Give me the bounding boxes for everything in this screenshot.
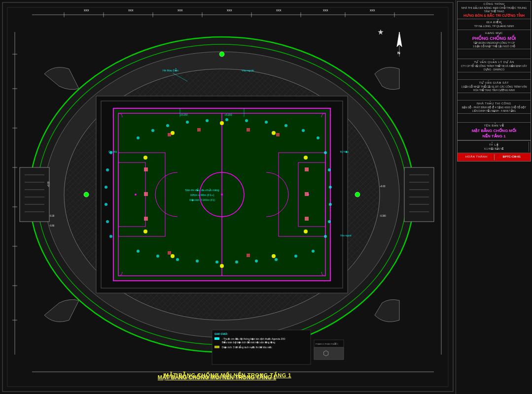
so-ban-ve-section: HOÀN THÀNH BPTC-CM-01 (458, 153, 531, 161)
svg-rect-85 (20, 167, 49, 222)
svg-point-50 (156, 255, 159, 258)
ty-le-section: TỶ LỆ X:1 HIỆU BẢN VẼ (458, 140, 531, 153)
svg-text:N: N (397, 51, 400, 55)
svg-text:+0.150: +0.150 (224, 113, 232, 116)
svg-point-19 (221, 194, 223, 196)
svg-text:GHI CHÚ:: GHI CHÚ: (214, 332, 228, 335)
spacer1 (458, 49, 531, 59)
svg-rect-77 (247, 128, 250, 131)
svg-text:-0.300: -0.300 (380, 215, 386, 217)
svg-point-64 (220, 264, 224, 268)
svg-rect-71 (144, 217, 148, 221)
svg-point-81 (84, 192, 89, 197)
svg-text:+0.00: +0.00 (47, 181, 50, 187)
svg-text:Biểu toàn bộ biện tích để mát : Biểu toàn bộ biện tích để mát mặt sân tầ… (222, 340, 275, 344)
svg-point-33 (265, 121, 268, 124)
svg-rect-79 (168, 251, 171, 255)
svg-point-52 (196, 260, 199, 263)
svg-text:-0.30: -0.30 (49, 215, 55, 217)
tu-van-qlda-section: TƯ VẤN QUẢN LÝ DỰ ÁN CTY CP TỔ VỆ CÔNG T… (458, 59, 531, 72)
svg-rect-142 (214, 337, 219, 340)
svg-point-83 (219, 52, 224, 57)
svg-rect-75 (168, 133, 171, 136)
svg-point-82 (355, 192, 360, 197)
svg-point-57 (294, 255, 297, 258)
svg-point-35 (302, 129, 305, 132)
svg-rect-149 (314, 347, 344, 360)
svg-text:xxx: xxx (323, 8, 328, 12)
svg-point-59 (143, 156, 147, 160)
svg-point-63 (220, 121, 224, 125)
svg-point-36 (317, 136, 319, 139)
svg-point-53 (215, 261, 218, 263)
svg-rect-74 (305, 217, 309, 221)
svg-rect-78 (276, 133, 280, 136)
svg-text:Hè Mau Dẫn: Hè Mau Dẫn (163, 68, 178, 72)
svg-point-24 (135, 194, 137, 196)
svg-point-66 (272, 131, 276, 135)
svg-text:xxx: xxx (84, 8, 89, 12)
svg-rect-145 (214, 346, 219, 348)
cong-trinh-section: CÔNG TRÌNH NHÀ THI ĐẤU ĐA NĂNG 4000 CHỖ … (458, 1, 531, 19)
svg-text:+0.150: +0.150 (180, 113, 188, 116)
svg-point-46 (105, 203, 107, 206)
svg-text:-0.80: -0.80 (49, 225, 55, 227)
svg-point-60 (304, 156, 308, 160)
svg-text:Vào ngoài: Vào ngoài (340, 234, 352, 237)
svg-point-40 (329, 203, 332, 206)
svg-rect-92 (404, 167, 434, 222)
title-block: CÔNG TRÌNH NHÀ THI ĐẤU ĐA NĂNG 4000 CHỖ … (457, 1, 531, 162)
svg-text:Diện tích: 3 lớt tổng tách nướ: Diện tích: 3 lớt tổng tách nước thi đề h… (222, 345, 272, 349)
svg-point-38 (328, 168, 331, 171)
svg-point-48 (109, 235, 112, 238)
svg-point-45 (105, 186, 107, 189)
svg-text:xxx: xxx (227, 8, 232, 12)
drawing-area: xxx xxx xxx xxx xxx xxx xxx Hè Mau Dẫn (0, 0, 456, 394)
svg-rect-70 (144, 192, 148, 196)
right-panel: CÔNG TRÌNH NHÀ THI ĐẤU ĐA NĂNG 4000 CHỖ … (456, 0, 532, 394)
svg-point-41 (328, 220, 331, 223)
svg-text:105m x 68m (F1+): 105m x 68m (F1+) (190, 194, 214, 197)
svg-text:Ký hiệu: Ký hiệu (340, 150, 349, 153)
svg-point-26 (137, 136, 140, 139)
svg-point-55 (255, 260, 258, 263)
svg-text:Vào ngoài: Vào ngoài (242, 69, 254, 72)
svg-rect-80 (247, 254, 250, 257)
spacer2 (458, 72, 531, 80)
tu-van-giam-sat-section: TƯ VẤN GIÁM SÁT 1 ĐẦN GỖ NHẬT THỂ CẦU 01… (458, 80, 531, 93)
svg-text:+0.00: +0.00 (380, 185, 386, 188)
svg-text:- Thuốc cm đấu độ thóng biện t: - Thuốc cm đấu độ thóng biện tán dịch th… (222, 337, 285, 340)
svg-point-67 (171, 254, 175, 258)
hang-muc-section: HẠNG MỤC PHỐNG CHỐNG MỐI TẬP ĐOÀN VNGROU… (458, 30, 531, 50)
svg-point-42 (324, 235, 327, 238)
svg-point-31 (225, 118, 228, 121)
svg-point-61 (143, 230, 147, 233)
svg-text:xxx: xxx (128, 8, 134, 12)
svg-rect-73 (305, 192, 309, 196)
svg-point-49 (137, 250, 140, 253)
nha-thau-section: NHÀ THẦU THI CÔNG ĐẦN GỖ - PHÁT BÌNH ĐỒ … (458, 100, 531, 114)
svg-point-30 (206, 119, 209, 122)
svg-point-34 (284, 124, 287, 127)
svg-point-47 (106, 220, 109, 223)
svg-point-51 (176, 258, 179, 261)
spacer4 (458, 114, 531, 123)
main-container: xxx xxx xxx xxx xxx xxx xxx Hè Mau Dẫn (0, 0, 532, 394)
svg-point-37 (324, 151, 327, 154)
svg-point-56 (275, 258, 278, 261)
dia-diem-section: ĐỊA ĐIỂM TP HẠ LONG, TP QUẢNG NINH (458, 19, 531, 30)
svg-point-29 (186, 121, 189, 124)
cad-drawing: xxx xxx xxx xxx xxx xxx xxx Hè Mau Dẫn (0, 0, 456, 394)
svg-point-58 (312, 250, 315, 253)
bottom-title: MẶT BẰNG CHỐNG MỐI NỀN TRONG TẦNG 1 (0, 370, 456, 379)
svg-point-44 (106, 168, 109, 171)
ten-ban-ve-section: TÊN BẢN VẼ MẶT BẰNG CHỐNG MỐINỀN TẦNG 1 (458, 123, 531, 140)
svg-rect-76 (197, 128, 201, 131)
svg-rect-69 (144, 167, 148, 171)
svg-point-32 (245, 119, 248, 122)
svg-rect-72 (305, 167, 309, 171)
svg-point-62 (304, 230, 308, 233)
svg-point-68 (272, 254, 276, 258)
svg-text:Diện tích: 7.140m² (F1): Diện tích: 7.140m² (F1) (189, 198, 215, 201)
svg-text:xxx: xxx (177, 8, 183, 12)
